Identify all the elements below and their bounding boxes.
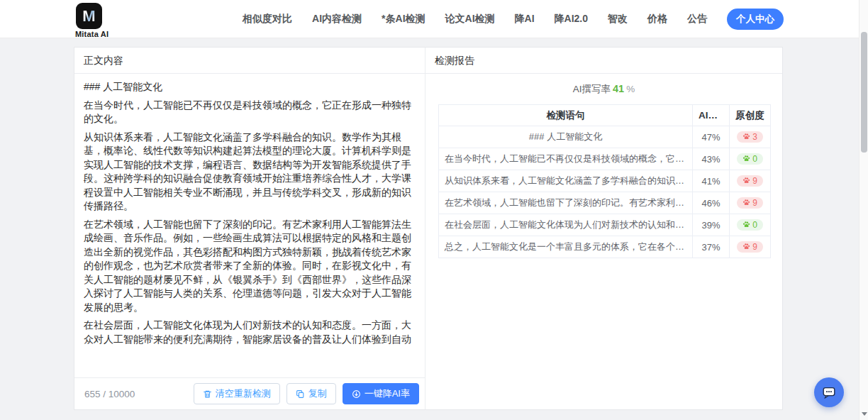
originality-badge: 9 (737, 175, 763, 187)
paw-icon (742, 177, 750, 184)
baidu-count: 0 (752, 221, 757, 229)
col-header-originality: 原创度 (730, 105, 771, 126)
originality-cell: 9 (730, 192, 771, 214)
doc-paragraph-4: 在社会层面，人工智能文化体现为人们对新技术的认知和态度。一方面，大众对人工智能带… (84, 319, 418, 346)
logo-letter: M (82, 9, 95, 24)
ai-prob-cell: 39% (693, 214, 730, 236)
nav-item-1[interactable]: AI内容检测 (312, 13, 362, 26)
table-header-row: 检测语句 AI概率 原创度 (439, 105, 771, 126)
ai-prob-cell: 37% (693, 236, 730, 258)
copy-button[interactable]: 复制 (286, 383, 336, 404)
paw-icon (742, 133, 750, 140)
scrollbar-thumb[interactable] (861, 32, 867, 153)
sentence-cell[interactable]: 在艺术领域，人工智能也留下了深刻的印记。有艺术家利用人工智能算法生成绘画、音乐作… (439, 192, 693, 214)
originality-badge: 0 (737, 153, 763, 165)
char-count: 655 / 10000 (84, 389, 194, 399)
table-row[interactable]: ### 人工智能文化 47% 3 (439, 126, 771, 148)
top-navbar: M Mitata AI 相似度对比AI内容检测*条AI检测论文AI检测降AI降A… (0, 0, 868, 38)
doc-paragraph-3: 在艺术领域，人工智能也留下了深刻的印记。有艺术家利用人工智能算法生成绘画、音乐作… (84, 218, 418, 315)
sentence-cell[interactable]: ### 人工智能文化 (439, 126, 693, 148)
doc-paragraph-2: 从知识体系来看，人工智能文化涵盖了多学科融合的知识。数学作为其根基，概率论、线性… (84, 131, 418, 214)
table-row[interactable]: 在社会层面，人工智能文化体现为人们对新技术的认知和态度。一方面，大众对人工智能带… (439, 214, 771, 236)
main-card: 正文内容 ### 人工智能文化在当今时代，人工智能已不再仅仅是科技领域的概念，它… (74, 47, 783, 410)
nav-item-5[interactable]: 降AI2.0 (555, 13, 588, 26)
brand-name: Mitata AI (75, 30, 118, 38)
sentence-cell[interactable]: 总之，人工智能文化是一个丰富且多元的体系，它在各个领域展现出独特的魅力。 (439, 236, 693, 258)
ai-rate-unit: % (626, 84, 635, 94)
ai-prob-cell: 41% (693, 170, 730, 192)
copy-label: 复制 (308, 387, 327, 400)
originality-cell: 3 (730, 126, 771, 148)
paw-icon (742, 221, 750, 228)
paw-icon (742, 243, 750, 250)
ai-prob-cell: 47% (693, 126, 730, 148)
table-row[interactable]: 在艺术领域，人工智能也留下了深刻的印记。有艺术家利用人工智能算法生成绘画、音乐作… (439, 192, 771, 214)
table-row[interactable]: 在当今时代，人工智能已不再仅仅是科技领域的概念，它正在形成一种独特的文化。 43… (439, 148, 771, 170)
content-editor[interactable]: ### 人工智能文化在当今时代，人工智能已不再仅仅是科技领域的概念，它正在形成一… (74, 74, 425, 346)
detection-table: 检测语句 AI概率 原创度 ### 人工智能文化 47% 3 在当今时代，人工智… (438, 104, 771, 258)
reduce-ai-rate-label: 一键降AI率 (365, 387, 410, 400)
ai-rate-label: AI撰写率 (573, 84, 611, 94)
editor-footer: 655 / 10000 清空重新检测 复制 一键降AI率 (74, 377, 425, 409)
baidu-count: 3 (752, 133, 757, 141)
originality-cell: 0 (730, 214, 771, 236)
originality-cell: 9 (730, 236, 771, 258)
nav-item-3[interactable]: 论文AI检测 (445, 13, 495, 26)
scrollbar-down-arrow-icon[interactable] (862, 412, 867, 416)
nav-item-2[interactable]: *条AI检测 (382, 13, 425, 26)
baidu-count: 9 (752, 199, 757, 207)
nav-item-8[interactable]: 公告 (687, 13, 707, 26)
copy-icon (296, 389, 305, 399)
chat-bubble-icon (821, 385, 837, 400)
sentence-cell[interactable]: 在当今时代，人工智能已不再仅仅是科技领域的概念，它正在形成一种独特的文化。 (439, 148, 693, 170)
content-pane: 正文内容 ### 人工智能文化在当今时代，人工智能已不再仅仅是科技领域的概念，它… (74, 48, 425, 409)
originality-badge: 9 (737, 197, 763, 209)
page-scrollbar[interactable] (859, 0, 868, 420)
customer-service-chat-button[interactable] (814, 377, 844, 407)
ai-prob-cell: 43% (693, 148, 730, 170)
ai-prob-cell: 46% (693, 192, 730, 214)
nav-menu: 相似度对比AI内容检测*条AI检测论文AI检测降AI降AI2.0智改价格公告 个… (243, 0, 784, 38)
reduce-ai-rate-button[interactable]: 一键降AI率 (343, 383, 419, 404)
baidu-count: 9 (752, 177, 757, 185)
report-pane: 检测报告 AI撰写率41% 检测语句 AI概率 原创度 ### 人工智能文化 4… (425, 48, 782, 409)
originality-badge: 9 (737, 241, 763, 253)
originality-badge: 0 (737, 219, 763, 231)
baidu-count: 0 (752, 155, 757, 163)
originality-cell: 0 (730, 148, 771, 170)
sentence-cell[interactable]: 从知识体系来看，人工智能文化涵盖了多学科融合的知识。数学作为其根基，概率论、线性… (439, 170, 693, 192)
paw-icon (742, 155, 750, 162)
sentence-cell[interactable]: 在社会层面，人工智能文化体现为人们对新技术的认知和态度。一方面，大众对人工智能带… (439, 214, 693, 236)
report-pane-title: 检测报告 (425, 48, 782, 74)
baidu-count: 9 (752, 243, 757, 251)
reduce-circle-icon (352, 389, 361, 399)
nav-item-6[interactable]: 智改 (608, 13, 628, 26)
nav-item-7[interactable]: 价格 (647, 13, 667, 26)
paw-icon (742, 199, 750, 206)
profile-center-button[interactable]: 个人中心 (727, 9, 784, 30)
nav-item-0[interactable]: 相似度对比 (243, 13, 292, 26)
mitata-logo-icon: M (76, 3, 102, 29)
originality-cell: 9 (730, 170, 771, 192)
nav-item-4[interactable]: 降AI (515, 13, 535, 26)
ai-rate-value: 41 (613, 83, 624, 94)
brand-logo[interactable]: M Mitata AI (75, 3, 118, 38)
originality-badge: 3 (737, 131, 763, 143)
table-row[interactable]: 从知识体系来看，人工智能文化涵盖了多学科融合的知识。数学作为其根基，概率论、线性… (439, 170, 771, 192)
ai-rate-summary: AI撰写率41% (425, 83, 782, 96)
content-pane-title: 正文内容 (74, 48, 425, 74)
clear-recheck-label: 清空重新检测 (216, 387, 271, 400)
trash-icon (203, 389, 212, 399)
clear-recheck-button[interactable]: 清空重新检测 (194, 383, 280, 404)
doc-paragraph-1: 在当今时代，人工智能已不再仅仅是科技领域的概念，它正在形成一种独特的文化。 (84, 99, 418, 126)
doc-paragraph-0: ### 人工智能文化 (84, 80, 418, 94)
col-header-ai-prob: AI概率 (693, 105, 730, 126)
table-row[interactable]: 总之，人工智能文化是一个丰富且多元的体系，它在各个领域展现出独特的魅力。 37%… (439, 236, 771, 258)
col-header-sentence: 检测语句 (439, 105, 693, 126)
